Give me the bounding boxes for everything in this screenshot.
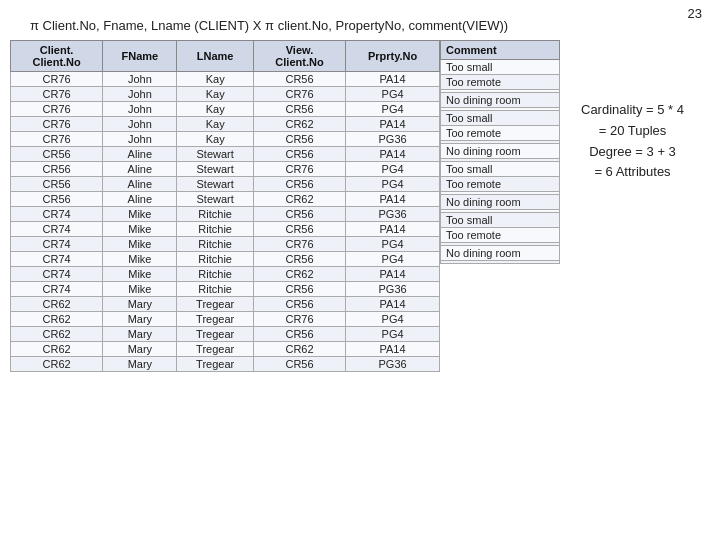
table-cell: PA14	[346, 192, 440, 207]
table-cell: Tregear	[177, 357, 253, 372]
table-row: CR62MaryTregearCR56PA14	[11, 297, 440, 312]
table-cell: CR62	[253, 117, 345, 132]
table-cell: Ritchie	[177, 237, 253, 252]
table-cell: Mary	[103, 357, 177, 372]
comment-cell: No dining room	[441, 93, 560, 108]
comment-cell: Too small	[441, 60, 560, 75]
table-cell: Stewart	[177, 192, 253, 207]
table-cell: Tregear	[177, 312, 253, 327]
table-cell: PA14	[346, 297, 440, 312]
table-row: CR74MikeRitchieCR56PA14	[11, 222, 440, 237]
table-cell: Mary	[103, 327, 177, 342]
table-cell: CR74	[11, 252, 103, 267]
table-row: CR76JohnKayCR76PG4	[11, 87, 440, 102]
table-row: CR74MikeRitchieCR56PG4	[11, 252, 440, 267]
table-cell: Kay	[177, 117, 253, 132]
table-cell: CR74	[11, 237, 103, 252]
table-cell: CR56	[253, 177, 345, 192]
table-cell: CR76	[253, 237, 345, 252]
table-cell: CR76	[11, 72, 103, 87]
table-cell: PG36	[346, 132, 440, 147]
col-header-clientno: Client.Client.No	[11, 41, 103, 72]
table-row: CR74MikeRitchieCR76PG4	[11, 237, 440, 252]
table-row: CR56AlineStewartCR56PG4	[11, 177, 440, 192]
comment-cell	[441, 261, 560, 264]
table-cell: Aline	[103, 147, 177, 162]
table-cell: PA14	[346, 147, 440, 162]
table-cell: Kay	[177, 102, 253, 117]
table-cell: CR76	[253, 87, 345, 102]
table-cell: Mike	[103, 267, 177, 282]
table-cell: CR62	[253, 192, 345, 207]
col-header-comment: Comment	[441, 41, 560, 60]
table-row: CR56AlineStewartCR76PG4	[11, 162, 440, 177]
table-cell: CR56	[11, 177, 103, 192]
table-cell: Ritchie	[177, 207, 253, 222]
table-cell: CR74	[11, 267, 103, 282]
table-cell: Stewart	[177, 162, 253, 177]
col-header-lname: LName	[177, 41, 253, 72]
comment-row: No dining room	[441, 246, 560, 261]
table-cell: CR56	[253, 72, 345, 87]
comment-row: Too remote	[441, 228, 560, 243]
comment-cell: Too small	[441, 111, 560, 126]
col-header-viewclientno: View.Client.No	[253, 41, 345, 72]
table-cell: CR56	[253, 297, 345, 312]
table-cell: Kay	[177, 87, 253, 102]
table-cell: Mike	[103, 222, 177, 237]
col-header-prprtyno: Prprty.No	[346, 41, 440, 72]
comment-cell: No dining room	[441, 144, 560, 159]
comment-row: Too small	[441, 162, 560, 177]
comment-row: Too remote	[441, 75, 560, 90]
table-cell: Ritchie	[177, 222, 253, 237]
table-cell: CR74	[11, 282, 103, 297]
table-cell: PA14	[346, 117, 440, 132]
table-cell: CR76	[11, 132, 103, 147]
table-cell: John	[103, 102, 177, 117]
table-row: CR62MaryTregearCR56PG4	[11, 327, 440, 342]
comment-row: Too small	[441, 213, 560, 228]
table-row: CR74MikeRitchieCR56PG36	[11, 282, 440, 297]
degree-line1: Degree = 3 + 3	[555, 142, 710, 163]
table-cell: CR56	[253, 222, 345, 237]
table-cell: CR62	[253, 342, 345, 357]
comment-row: No dining room	[441, 144, 560, 159]
side-panel: Cardinality = 5 * 4 = 20 Tuples Degree =…	[555, 100, 710, 183]
table-cell: Mike	[103, 252, 177, 267]
table-cell: CR76	[11, 117, 103, 132]
table-cell: John	[103, 117, 177, 132]
table-cell: Tregear	[177, 297, 253, 312]
table-cell: Mike	[103, 237, 177, 252]
comment-row	[441, 261, 560, 264]
table-row: CR56AlineStewartCR56PA14	[11, 147, 440, 162]
table-cell: CR56	[11, 147, 103, 162]
table-cell: PA14	[346, 222, 440, 237]
table-cell: Mary	[103, 312, 177, 327]
comment-cell: Too remote	[441, 177, 560, 192]
table-cell: CR56	[253, 207, 345, 222]
table-cell: CR56	[253, 357, 345, 372]
table-cell: CR76	[11, 102, 103, 117]
table-cell: CR62	[253, 267, 345, 282]
table-row: CR74MikeRitchieCR62PA14	[11, 267, 440, 282]
comment-row: No dining room	[441, 93, 560, 108]
table-cell: PG36	[346, 207, 440, 222]
comment-row: Too remote	[441, 177, 560, 192]
table-row: CR76JohnKayCR56PG4	[11, 102, 440, 117]
comment-cell: Too small	[441, 213, 560, 228]
table-cell: CR56	[253, 252, 345, 267]
table-cell: Mike	[103, 207, 177, 222]
table-cell: CR76	[253, 312, 345, 327]
table-cell: John	[103, 72, 177, 87]
table-row: CR76JohnKayCR62PA14	[11, 117, 440, 132]
table-cell: CR56	[11, 192, 103, 207]
comment-section: Comment Too smallToo remoteNo dining roo…	[440, 40, 560, 372]
table-cell: PG4	[346, 102, 440, 117]
table-cell: CR56	[253, 147, 345, 162]
table-cell: PG4	[346, 87, 440, 102]
table-cell: CR76	[11, 87, 103, 102]
table-cell: Stewart	[177, 147, 253, 162]
table-cell: Kay	[177, 72, 253, 87]
cardinality-line1: Cardinality = 5 * 4	[555, 100, 710, 121]
table-cell: PG4	[346, 312, 440, 327]
